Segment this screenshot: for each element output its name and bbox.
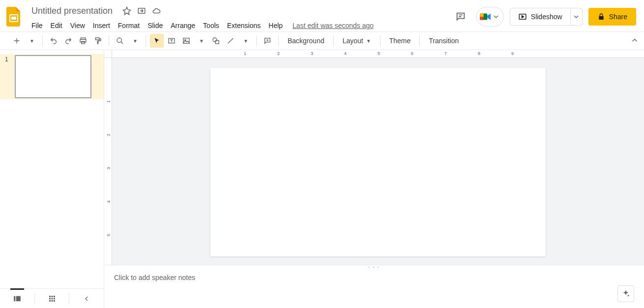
explore-button[interactable] (617, 285, 634, 302)
slides-logo-icon[interactable] (4, 7, 24, 27)
line-button[interactable] (224, 34, 237, 48)
speaker-notes[interactable]: Click to add speaker notes (104, 269, 644, 308)
svg-rect-4 (480, 14, 484, 17)
hide-menus-button[interactable] (630, 36, 639, 45)
menu-bar: File Edit View Insert Format Slide Arran… (28, 19, 451, 32)
toolbar: ▼ ▼ ▼ ▼ Background Layout▼ Theme (0, 31, 644, 50)
svg-rect-20 (54, 296, 55, 297)
speaker-notes-placeholder: Click to add speaker notes (114, 274, 195, 281)
undo-button[interactable] (47, 34, 60, 48)
chevron-down-icon (494, 14, 498, 19)
slideshow-dropdown[interactable] (571, 8, 583, 26)
move-icon[interactable] (137, 6, 146, 15)
image-dropdown[interactable]: ▼ (194, 34, 208, 48)
main-area: 1 1 2 3 4 5 (0, 50, 644, 308)
separator (419, 35, 420, 46)
svg-rect-12 (183, 38, 189, 44)
menu-insert[interactable]: Insert (89, 20, 114, 31)
ruler-corner (104, 50, 112, 58)
separator (256, 35, 257, 46)
svg-rect-1 (11, 17, 16, 20)
svg-rect-26 (54, 300, 55, 302)
filmstrip-view-button[interactable] (0, 289, 34, 308)
layout-label: Layout (343, 37, 363, 45)
svg-rect-18 (49, 296, 51, 297)
comment-button[interactable] (261, 34, 274, 48)
menu-extensions[interactable]: Extensions (223, 20, 264, 31)
comment-history-icon[interactable] (451, 7, 470, 27)
menu-tools[interactable]: Tools (199, 20, 223, 31)
text-box-button[interactable] (165, 34, 178, 48)
star-icon[interactable] (122, 6, 131, 15)
svg-rect-19 (51, 296, 53, 297)
slide-thumbnail[interactable]: 1 (0, 54, 104, 99)
slide-editor[interactable] (112, 58, 644, 265)
svg-point-10 (117, 38, 121, 42)
collapse-filmstrip-button[interactable] (69, 289, 104, 308)
transition-button[interactable]: Transition (424, 34, 464, 48)
svg-rect-24 (49, 300, 51, 302)
filmstrip: 1 (0, 50, 104, 308)
last-edit-link[interactable]: Last edit was seconds ago (293, 22, 374, 29)
separator (42, 35, 43, 46)
menu-help[interactable]: Help (264, 20, 287, 31)
svg-point-14 (213, 38, 217, 42)
zoom-dropdown[interactable]: ▼ (128, 34, 142, 48)
print-button[interactable] (76, 34, 90, 48)
menu-slide[interactable]: Slide (144, 20, 167, 31)
menu-arrange[interactable]: Arrange (167, 20, 199, 31)
svg-rect-21 (49, 298, 51, 299)
separator (109, 35, 109, 46)
slide-canvas[interactable] (210, 68, 546, 256)
separator (278, 35, 279, 46)
shape-button[interactable] (209, 34, 223, 48)
play-presentation-icon (518, 12, 527, 21)
slide-preview (15, 55, 91, 98)
grid-view-button[interactable] (35, 289, 69, 308)
cloud-status-icon[interactable] (152, 6, 161, 15)
separator (380, 35, 381, 46)
svg-rect-5 (480, 17, 484, 20)
document-title[interactable]: Untitled presentation (29, 5, 116, 17)
menu-format[interactable]: Format (114, 20, 144, 31)
paint-format-button[interactable] (91, 34, 105, 48)
share-label: Share (609, 13, 627, 21)
notes-splitter[interactable]: • • • (104, 265, 644, 269)
slide-number: 1 (5, 55, 15, 98)
slideshow-button[interactable]: Slideshow (510, 8, 571, 26)
separator (333, 35, 334, 46)
menu-file[interactable]: File (28, 20, 47, 31)
share-button[interactable]: Share (588, 8, 636, 26)
background-button[interactable]: Background (283, 34, 329, 48)
new-slide-dropdown[interactable]: ▼ (25, 34, 38, 48)
vertical-ruler[interactable]: 1 2 3 4 5 (104, 58, 112, 265)
image-button[interactable] (179, 34, 193, 48)
theme-button[interactable]: Theme (384, 34, 416, 48)
new-slide-button[interactable] (10, 34, 24, 48)
meet-button[interactable] (476, 7, 504, 27)
canvas-area: 1 2 3 4 5 6 7 8 9 1 2 3 4 5 • • • (104, 50, 644, 308)
svg-rect-15 (215, 40, 219, 44)
select-tool-button[interactable] (150, 34, 164, 48)
svg-rect-17 (16, 296, 21, 301)
title-area: Untitled presentation File Edit View Ins… (28, 4, 451, 32)
layout-button[interactable]: Layout▼ (338, 34, 376, 48)
redo-button[interactable] (61, 34, 75, 48)
svg-rect-22 (51, 298, 53, 299)
app-header: Untitled presentation File Edit View Ins… (0, 0, 644, 31)
menu-edit[interactable]: Edit (47, 20, 66, 31)
zoom-button[interactable] (113, 34, 127, 48)
svg-rect-16 (14, 296, 15, 301)
separator (146, 35, 146, 46)
lock-icon (597, 13, 605, 21)
svg-rect-25 (51, 300, 53, 302)
filmstrip-footer (0, 288, 104, 308)
line-dropdown[interactable]: ▼ (238, 34, 252, 48)
slideshow-label: Slideshow (531, 13, 562, 21)
svg-rect-23 (54, 298, 55, 299)
horizontal-ruler[interactable]: 1 2 3 4 5 6 7 8 9 (112, 50, 644, 58)
menu-view[interactable]: View (66, 20, 89, 31)
